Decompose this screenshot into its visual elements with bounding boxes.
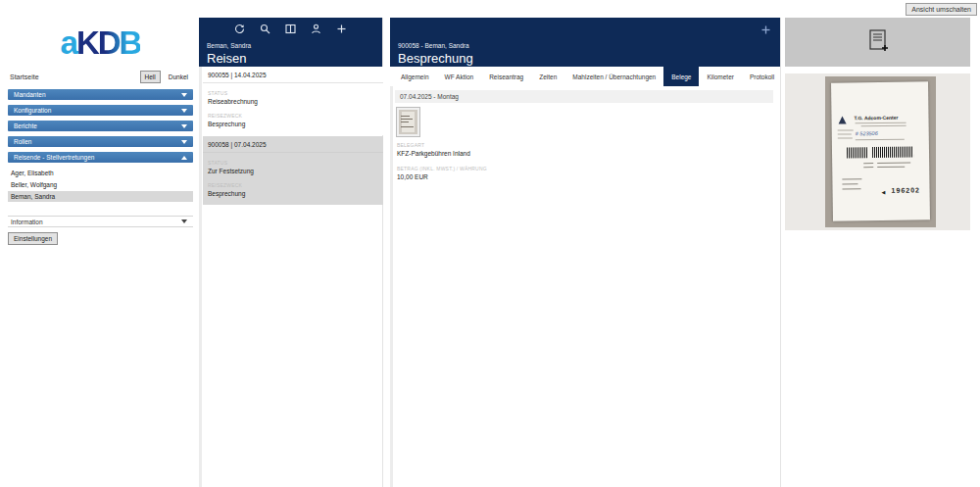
trip-purpose-label: REISEZWECK bbox=[208, 113, 378, 119]
traveler-item-ager[interactable]: Ager, Elisabeth bbox=[8, 168, 193, 178]
trips-panel-title: Reisen bbox=[207, 51, 246, 66]
refresh-icon[interactable] bbox=[234, 24, 245, 34]
chevron-down-icon bbox=[181, 124, 187, 128]
trip-card-900055[interactable]: 900055 | 14.04.2025 STATUS Reiseabrechnu… bbox=[203, 67, 383, 135]
theme-switch: Hell Dunkel bbox=[140, 71, 193, 83]
logo-letters-kdb: KDB bbox=[76, 24, 141, 61]
traveler-list: Ager, Elisabeth Beller, Wolfgang Beman, … bbox=[8, 168, 193, 202]
chevron-up-icon bbox=[181, 156, 187, 160]
tab-mahlzeiten-uebernachtungen[interactable]: Mahlzeiten / Übernachtungen bbox=[564, 67, 663, 86]
sidebar-item-mandanten[interactable]: Mandanten bbox=[8, 89, 193, 100]
receipt-handwritten-number: # 523506 bbox=[856, 130, 878, 136]
receipt-barcode-left bbox=[847, 147, 867, 158]
tab-protokoll[interactable]: Protokoll bbox=[742, 67, 782, 86]
sidebar-item-startseite[interactable]: Startseite bbox=[10, 73, 39, 80]
trip-status-label: STATUS bbox=[208, 160, 378, 166]
tab-zeiten[interactable]: Zeiten bbox=[531, 67, 564, 86]
trip-card-900058[interactable]: 900058 | 07.04.2025 STATUS Zur Festsetzu… bbox=[203, 136, 383, 205]
document-add-icon bbox=[865, 28, 891, 56]
trip-status-label: STATUS bbox=[208, 90, 378, 96]
trip-purpose-value: Besprechung bbox=[208, 190, 378, 197]
columns-icon[interactable] bbox=[285, 24, 296, 34]
trip-status-value: Zur Festsetzung bbox=[208, 168, 378, 174]
receipt-photo: T.G. Adcom-Center # 523506 ◀ 196202 bbox=[825, 76, 936, 227]
receipt-vendor-logo bbox=[838, 116, 846, 123]
detail-scrollbar[interactable] bbox=[390, 86, 393, 487]
preview-panel: T.G. Adcom-Center # 523506 ◀ 196202 bbox=[785, 18, 970, 230]
tab-wf-aktion[interactable]: WF Aktion bbox=[437, 67, 482, 86]
sidebar-item-rollen[interactable]: Rollen bbox=[8, 136, 193, 147]
receipt-type-value: KFZ-Parkgebühren Inland bbox=[397, 150, 780, 157]
home-row: Startseite Hell Dunkel bbox=[8, 71, 193, 83]
receipt-entry[interactable]: BELEGART KFZ-Parkgebühren Inland BETRAG … bbox=[397, 108, 780, 180]
detail-panel-title: Besprechung bbox=[398, 51, 473, 66]
settings-button[interactable]: Einstellungen bbox=[8, 232, 58, 245]
receipt-ticket-number: 196202 bbox=[892, 186, 920, 193]
receipt-amount-value: 10,00 EUR bbox=[397, 173, 780, 180]
tab-kilometer[interactable]: Kilometer bbox=[699, 67, 741, 86]
receipt-vendor-name: T.G. Adcom-Center bbox=[854, 115, 898, 122]
sidebar-item-berichte[interactable]: Berichte bbox=[8, 121, 193, 131]
trips-panel-header: Beman, Sandra Reisen bbox=[199, 18, 382, 67]
tab-reiseantrag[interactable]: Reiseantrag bbox=[481, 67, 531, 86]
trips-panel-user: Beman, Sandra bbox=[207, 42, 251, 49]
detail-tabs: Allgemein WF Aktion Reiseantrag Zeiten M… bbox=[393, 67, 780, 86]
toggle-view-button[interactable]: Ansicht umschalten bbox=[906, 3, 977, 16]
search-icon[interactable] bbox=[260, 24, 270, 34]
add-receipt-dropzone[interactable] bbox=[785, 18, 970, 67]
receipt-thumbnail[interactable] bbox=[397, 108, 419, 136]
chevron-down-icon bbox=[181, 109, 187, 113]
trip-status-value: Reiseabrechnung bbox=[208, 98, 378, 105]
trips-toolbar bbox=[199, 24, 382, 34]
sidebar: aKDB Startseite Hell Dunkel Mandanten Ko… bbox=[8, 18, 193, 245]
detail-panel: 900058 - Beman, Sandra Besprechung Allge… bbox=[390, 18, 781, 487]
plus-icon[interactable] bbox=[336, 24, 347, 34]
chevron-down-icon bbox=[181, 219, 187, 223]
sidebar-item-information[interactable]: Information bbox=[8, 216, 193, 227]
person-icon[interactable] bbox=[311, 24, 321, 34]
receipt-barcode-right bbox=[872, 147, 913, 159]
trip-card-header: 900055 | 14.04.2025 bbox=[203, 67, 383, 83]
trips-scrollbar[interactable] bbox=[199, 67, 202, 487]
tab-belege[interactable]: Belege bbox=[663, 67, 699, 86]
traveler-item-beman[interactable]: Beman, Sandra bbox=[8, 191, 193, 202]
traveler-item-beller[interactable]: Beller, Wolfgang bbox=[8, 179, 193, 190]
theme-dark-button[interactable]: Dunkel bbox=[164, 71, 193, 83]
receipt-date-header: 07.04.2025 - Montag bbox=[395, 90, 773, 103]
detail-panel-subtitle: 900058 - Beman, Sandra bbox=[398, 42, 469, 49]
theme-light-button[interactable]: Hell bbox=[140, 71, 161, 83]
trip-purpose-label: REISEZWECK bbox=[208, 182, 378, 188]
trip-card-header: 900058 | 07.04.2025 bbox=[203, 136, 383, 153]
sidebar-item-konfiguration[interactable]: Konfiguration bbox=[8, 105, 193, 116]
trips-panel: Beman, Sandra Reisen 900055 | 14.04.2025… bbox=[199, 18, 383, 487]
receipt-type-label: BELEGART bbox=[397, 142, 780, 148]
receipt-image-preview[interactable]: T.G. Adcom-Center # 523506 ◀ 196202 bbox=[785, 73, 970, 230]
trip-purpose-value: Besprechung bbox=[208, 121, 378, 127]
add-icon[interactable] bbox=[760, 24, 771, 35]
sidebar-item-reisende-stellvertretungen[interactable]: Reisende - Stellvertretungen bbox=[8, 152, 193, 163]
akdb-logo: aKDB bbox=[8, 18, 193, 67]
chevron-down-icon bbox=[181, 140, 187, 144]
tab-allgemein[interactable]: Allgemein bbox=[393, 67, 437, 86]
detail-panel-header: 900058 - Beman, Sandra Besprechung bbox=[390, 18, 780, 67]
receipt-amount-label: BETRAG (INKL. MWST.) / WÄHRUNG bbox=[397, 166, 780, 171]
chevron-down-icon bbox=[181, 93, 187, 97]
logo-letter-a: a bbox=[61, 24, 76, 61]
receipt-arrow-mark: ◀ bbox=[882, 189, 886, 195]
